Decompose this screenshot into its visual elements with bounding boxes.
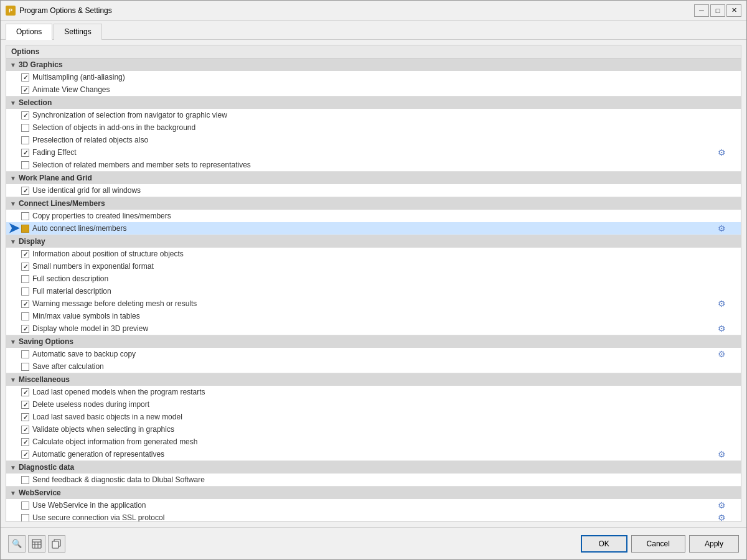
option-label-warning-message[interactable]: Warning message before deleting mesh or … (21, 299, 718, 308)
option-label-info-position[interactable]: Information about position of structure … (21, 250, 726, 258)
checkbox-minmax-symbols[interactable] (21, 312, 29, 320)
checkbox-validate-objects[interactable] (21, 426, 29, 434)
option-label-send-feedback[interactable]: Send feedback & diagnostic data to Dluba… (21, 475, 726, 484)
option-label-delete-useless-nodes[interactable]: Delete useless nodes during import (21, 400, 726, 409)
option-label-small-numbers[interactable]: Small numbers in exponential format (21, 262, 726, 271)
option-row-use-webservice: Use WebService in the application ⚙ (6, 499, 741, 511)
option-label-preselection[interactable]: Preselection of related objects also (21, 136, 726, 144)
tab-options[interactable]: Options (6, 24, 52, 40)
section-header-connect-lines[interactable]: ▼Connect Lines/Members (6, 197, 741, 210)
checkbox-animate-view[interactable] (21, 86, 29, 94)
checkbox-auto-save[interactable] (21, 350, 29, 358)
checkbox-secure-connection[interactable] (21, 514, 29, 522)
checkbox-use-webservice[interactable] (21, 502, 29, 510)
option-label-minmax-symbols[interactable]: Min/max value symbols in tables (21, 312, 726, 320)
checkbox-copy-properties[interactable] (21, 212, 29, 220)
option-row-info-position: Information about position of structure … (6, 248, 741, 260)
close-button[interactable]: ✕ (726, 4, 741, 17)
option-label-identical-grid[interactable]: Use identical grid for all windows (21, 186, 726, 195)
checkbox-selection-addons[interactable] (21, 124, 29, 132)
option-label-secure-connection[interactable]: Use secure connection via SSL protocol (21, 513, 718, 522)
checkbox-small-numbers[interactable] (21, 263, 29, 271)
option-label-use-webservice[interactable]: Use WebService in the application (21, 501, 718, 510)
gear-icon[interactable]: ⚙ (718, 513, 726, 522)
section-header-work-plane-grid[interactable]: ▼Work Plane and Grid (6, 172, 741, 184)
option-text-delete-useless-nodes: Delete useless nodes during import (32, 400, 149, 409)
footer: 🔍 OK Cancel Apply (1, 527, 746, 559)
option-label-load-saved-basic[interactable]: Load last saved basic objects in a new m… (21, 413, 726, 421)
table-button[interactable] (28, 535, 45, 553)
gear-icon[interactable]: ⚙ (718, 500, 726, 510)
section-header-diagnostic-data[interactable]: ▼Diagnostic data (6, 461, 741, 474)
checkbox-load-saved-basic[interactable] (21, 413, 29, 421)
gear-icon[interactable]: ⚙ (718, 147, 726, 157)
section-header-display[interactable]: ▼Display (6, 235, 741, 248)
option-label-load-last-models[interactable]: Load last opened models when the program… (21, 388, 726, 396)
checkbox-auto-connect[interactable] (21, 225, 29, 233)
checkbox-fading-effect[interactable] (21, 149, 29, 157)
option-row-calc-object-info: Calculate object information from genera… (6, 436, 741, 448)
section-header-webservice[interactable]: ▼WebService (6, 487, 741, 499)
apply-button[interactable]: Apply (689, 535, 739, 553)
option-text-minmax-symbols: Min/max value symbols in tables (32, 312, 140, 320)
checkbox-full-material[interactable] (21, 287, 29, 296)
option-label-multisampling[interactable]: Multisampling (anti-aliasing) (21, 73, 726, 82)
checkbox-info-position[interactable] (21, 250, 29, 258)
option-label-display-3d[interactable]: Display whole model in 3D preview (21, 324, 718, 333)
checkbox-multisampling[interactable] (21, 73, 29, 82)
gear-icon[interactable]: ⚙ (718, 449, 726, 459)
gear-icon[interactable]: ⚙ (718, 349, 726, 359)
option-label-sync-selection[interactable]: Synchronization of selection from naviga… (21, 111, 726, 119)
copy-button[interactable] (48, 535, 65, 553)
checkbox-warning-message[interactable] (21, 300, 29, 308)
option-label-selection-addons[interactable]: Selection of objects in add-ons in the b… (21, 123, 726, 132)
checkbox-calc-object-info[interactable] (21, 438, 29, 446)
minimize-button[interactable]: ─ (694, 4, 709, 17)
option-label-copy-properties[interactable]: Copy properties to created lines/members (21, 212, 726, 220)
gear-icon[interactable]: ⚙ (718, 299, 726, 309)
option-row-send-feedback: Send feedback & diagnostic data to Dluba… (6, 474, 741, 486)
tab-settings[interactable]: Settings (54, 24, 101, 40)
option-text-preselection: Preselection of related objects also (32, 136, 148, 144)
checkbox-auto-gen-representatives[interactable] (21, 450, 29, 459)
checkbox-send-feedback[interactable] (21, 476, 29, 484)
section-header-miscellaneous[interactable]: ▼Miscellaneous (6, 373, 741, 386)
option-label-selection-members[interactable]: Selection of related members and member … (21, 161, 726, 169)
option-text-secure-connection: Use secure connection via SSL protocol (32, 513, 164, 522)
option-label-calc-object-info[interactable]: Calculate object information from genera… (21, 437, 726, 446)
ok-button[interactable]: OK (581, 535, 627, 553)
checkbox-save-after-calc[interactable] (21, 363, 29, 371)
collapse-arrow: ▼ (10, 100, 16, 106)
checkbox-sync-selection[interactable] (21, 111, 29, 119)
option-label-full-section[interactable]: Full section description (21, 274, 726, 283)
title-bar: P Program Options & Settings ─ □ ✕ (1, 1, 746, 21)
maximize-button[interactable]: □ (710, 4, 725, 17)
checkbox-full-section[interactable] (21, 275, 29, 283)
option-label-auto-connect[interactable]: Auto connect lines/members (21, 224, 718, 233)
checkbox-display-3d[interactable] (21, 325, 29, 333)
section-header-3d-graphics[interactable]: ▼3D Graphics (6, 58, 741, 71)
checkbox-delete-useless-nodes[interactable] (21, 401, 29, 409)
option-label-auto-save[interactable]: Automatic save to backup copy (21, 350, 718, 358)
gear-icon[interactable]: ⚙ (718, 223, 726, 233)
option-label-fading-effect[interactable]: Fading Effect (21, 148, 718, 157)
gear-icon[interactable]: ⚙ (718, 324, 726, 334)
search-button[interactable]: 🔍 (8, 535, 26, 553)
cancel-button[interactable]: Cancel (631, 535, 685, 553)
checkbox-load-last-models[interactable] (21, 388, 29, 396)
checkbox-preselection[interactable] (21, 136, 29, 144)
option-text-sync-selection: Synchronization of selection from naviga… (32, 111, 227, 119)
tab-bar: Options Settings (1, 21, 746, 40)
checkbox-selection-members[interactable] (21, 161, 29, 169)
option-label-validate-objects[interactable]: Validate objects when selecting in graph… (21, 425, 726, 434)
option-row-animate-view: Animate View Changes (6, 83, 741, 96)
option-label-save-after-calc[interactable]: Save after calculation (21, 362, 726, 371)
option-label-auto-gen-representatives[interactable]: Automatic generation of representatives (21, 450, 718, 459)
option-label-full-material[interactable]: Full material description (21, 287, 726, 296)
section-header-saving-options[interactable]: ▼Saving Options (6, 335, 741, 348)
section-connect-lines: ▼Connect Lines/Members Copy properties t… (6, 197, 741, 235)
svg-rect-8 (52, 541, 59, 548)
section-header-selection[interactable]: ▼Selection (6, 96, 741, 109)
option-label-animate-view[interactable]: Animate View Changes (21, 85, 726, 94)
checkbox-identical-grid[interactable] (21, 187, 29, 195)
